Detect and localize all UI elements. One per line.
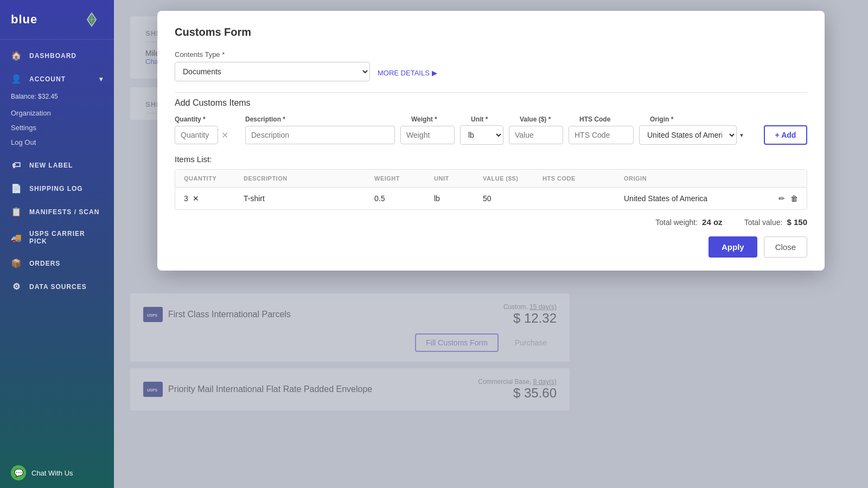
total-value-label: Total value: <box>744 218 783 227</box>
sidebar-item-shipping-log[interactable]: 📄 SHIPPING LOG <box>0 177 114 200</box>
sidebar-item-label: USPS CARRIER PICK <box>29 230 103 245</box>
th-unit: UNIT <box>434 175 477 182</box>
sidebar-item-label: MANIFESTS / SCAN <box>29 208 99 216</box>
edit-row-icon[interactable]: ✏ <box>778 194 785 203</box>
sidebar-navigation: 🏠 DASHBOARD 👤 ACCOUNT ▾ Balance: $32.45 … <box>0 40 114 303</box>
sidebar-item-label: DASHBOARD <box>29 52 76 60</box>
app-logo-text: blue <box>11 12 37 27</box>
col-unit: Unit * <box>471 115 514 123</box>
unit-select[interactable]: lb oz kg g <box>460 125 503 145</box>
sidebar-item-manifests[interactable]: 📋 MANIFESTS / SCAN <box>0 200 114 223</box>
new-label-icon: 🏷 <box>11 160 22 170</box>
main-content: SHIPPING FROM Milena Music, 1224 Del Mar… <box>114 0 868 488</box>
balance-display: Balance: $32.45 <box>0 91 114 106</box>
origin-wrapper: United States of America Canada Mexico O… <box>639 125 758 145</box>
hts-code-input[interactable] <box>569 126 634 144</box>
total-weight: Total weight: 24 oz <box>655 217 722 227</box>
th-actions <box>755 175 798 182</box>
th-hts-code: HTS CODE <box>542 175 618 182</box>
usps-carrier-icon: 🚚 <box>11 233 22 243</box>
sidebar-item-label: DATA SOURCES <box>29 283 87 291</box>
modal-title: Customs Form <box>175 26 807 38</box>
items-table-header: QUANTITY DESCRIPTION WEIGHT UNIT VALUE (… <box>175 170 807 188</box>
shipping-log-icon: 📄 <box>11 183 22 194</box>
row-quantity-cell: 3 ✕ <box>184 194 238 203</box>
col-quantity: Quantity * <box>175 115 240 123</box>
row-quantity: 3 <box>184 194 188 203</box>
data-sources-icon: ⚙ <box>11 281 22 292</box>
row-description: T-shirt <box>244 194 369 203</box>
close-button[interactable]: Close <box>764 236 807 258</box>
totals-row: Total weight: 24 oz Total value: $ 150 <box>175 217 807 227</box>
col-hts-code: HTS Code <box>579 115 644 123</box>
add-customs-items-title: Add Customs Items <box>175 98 807 108</box>
description-input[interactable] <box>245 126 395 144</box>
orders-icon: 📦 <box>11 258 22 268</box>
total-weight-label: Total weight: <box>655 218 698 227</box>
quantity-clear-icon[interactable]: ✕ <box>221 130 228 140</box>
sidebar-item-orders[interactable]: 📦 ORDERS <box>0 252 114 275</box>
add-item-button[interactable]: + Add <box>764 125 807 145</box>
sidebar: blue 🏠 DASHBOARD 👤 ACCOUNT ▾ Balance: $3… <box>0 0 114 488</box>
total-weight-value: 24 oz <box>702 217 723 227</box>
items-list-label: Items List: <box>175 155 807 164</box>
total-value-amount: $ 150 <box>787 217 807 227</box>
chat-button[interactable]: 💬 Chat With Us <box>0 458 114 488</box>
value-input[interactable] <box>509 126 563 144</box>
sidebar-item-label: ACCOUNT <box>29 75 66 83</box>
row-value: 50 <box>483 194 537 203</box>
customs-form-modal: Customs Form Contents Type * Documents M… <box>157 11 825 271</box>
sidebar-link-settings[interactable]: Settings <box>0 120 114 135</box>
contents-type-select[interactable]: Documents Merchandise Gift Returned Good… <box>175 62 370 81</box>
modal-backdrop: Customs Form Contents Type * Documents M… <box>114 0 868 488</box>
row-origin: United States of America <box>624 194 749 203</box>
more-details-button[interactable]: MORE DETAILS ▶ <box>378 65 437 81</box>
items-input-row: ✕ lb oz kg g United States of America Ca… <box>175 125 807 145</box>
col-origin: Origin * <box>650 115 769 123</box>
divider-1 <box>175 92 807 93</box>
sidebar-item-data-sources[interactable]: ⚙ DATA SOURCES <box>0 275 114 298</box>
weight-input[interactable] <box>400 126 455 144</box>
col-actions <box>775 115 807 123</box>
chat-label: Chat With Us <box>31 469 73 477</box>
dashboard-icon: 🏠 <box>11 50 22 61</box>
contents-type-field: Contents Type * Documents Merchandise Gi… <box>175 50 370 81</box>
total-value-display: Total value: $ 150 <box>744 217 807 227</box>
row-weight: 0.5 <box>374 194 429 203</box>
apply-button[interactable]: Apply <box>709 236 757 258</box>
th-value: VALUE ($S) <box>483 175 537 182</box>
delete-row-icon[interactable]: 🗑 <box>790 194 798 203</box>
international-bridge-logo <box>78 10 105 29</box>
col-value: Value ($) * <box>520 115 574 123</box>
sidebar-item-label: ORDERS <box>29 260 60 267</box>
th-origin: ORIGIN <box>624 175 749 182</box>
sidebar-item-dashboard[interactable]: 🏠 DASHBOARD <box>0 44 114 67</box>
table-row: 3 ✕ T-shirt 0.5 lb 50 United States of A… <box>175 188 807 209</box>
sidebar-link-logout[interactable]: Log Out <box>0 135 114 150</box>
quantity-input[interactable] <box>175 126 218 144</box>
row-unit: lb <box>434 194 477 203</box>
chat-bubble-icon: 💬 <box>11 465 26 480</box>
sidebar-header: blue <box>0 0 114 40</box>
chevron-icon: ▾ <box>99 75 103 83</box>
manifests-icon: 📋 <box>11 207 22 217</box>
contents-type-row: Contents Type * Documents Merchandise Gi… <box>175 50 807 81</box>
row-quantity-clear-icon[interactable]: ✕ <box>193 194 199 203</box>
items-table: QUANTITY DESCRIPTION WEIGHT UNIT VALUE (… <box>175 169 807 210</box>
modal-footer: Apply Close <box>175 236 807 258</box>
sidebar-item-account[interactable]: 👤 ACCOUNT ▾ <box>0 67 114 91</box>
th-weight: WEIGHT <box>374 175 429 182</box>
origin-select[interactable]: United States of America Canada Mexico O… <box>639 125 737 145</box>
th-description: DESCRIPTION <box>244 175 369 182</box>
sidebar-item-usps-carrier[interactable]: 🚚 USPS CARRIER PICK <box>0 223 114 252</box>
origin-chevron-icon: ▼ <box>739 132 744 138</box>
col-description: Description * <box>245 115 406 123</box>
col-weight: Weight * <box>411 115 465 123</box>
sidebar-item-label: SHIPPING LOG <box>29 185 83 192</box>
row-actions: ✏ 🗑 <box>755 194 798 203</box>
sidebar-item-new-label[interactable]: 🏷 NEW LABEL <box>0 154 114 177</box>
sidebar-link-organization[interactable]: Organization <box>0 106 114 120</box>
items-grid-header: Quantity * Description * Weight * Unit *… <box>175 115 807 125</box>
chevron-right-icon: ▶ <box>432 69 437 77</box>
th-quantity: QUANTITY <box>184 175 238 182</box>
